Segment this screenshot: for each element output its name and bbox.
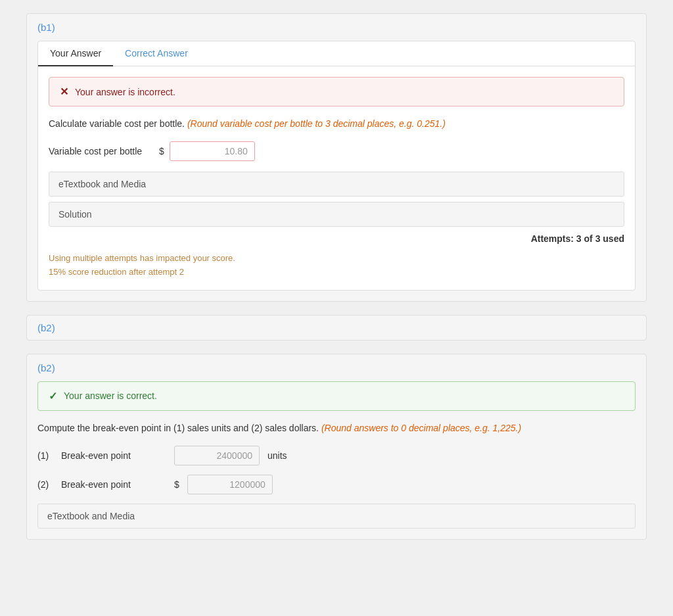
alert-message: Your answer is incorrect.	[75, 87, 175, 97]
b2-alert-message: Your answer is correct.	[64, 391, 157, 401]
b1-answer-input[interactable]	[170, 141, 255, 161]
b2-unit-1: units	[267, 450, 287, 461]
score-warning-line2: 15% score reduction after attempt 2	[49, 266, 624, 279]
b1-solution-bar[interactable]: Solution	[49, 202, 624, 227]
b1-peek-label[interactable]: (b2)	[26, 315, 647, 341]
b1-label: (b1)	[27, 14, 646, 41]
b1-instruction-prefix: Calculate variable cost per bottle.	[49, 118, 185, 129]
b1-section: (b1) Your Answer Correct Answer ✕ Your a…	[26, 13, 647, 302]
score-warning-line1: Using multiple attempts has impacted you…	[49, 252, 624, 266]
b2-instruction-prefix: Compute the break-even point in (1) sale…	[37, 423, 319, 433]
b2-field-label-1: Break-even point	[61, 450, 166, 461]
b2-etextbook-bar[interactable]: eTextbook and Media	[37, 504, 636, 529]
b2-instruction: Compute the break-even point in (1) sale…	[37, 421, 636, 435]
b2-answer-input-2[interactable]	[187, 475, 273, 494]
b2-row-number-1: (1)	[37, 450, 53, 461]
b2-row-number-2: (2)	[37, 479, 53, 490]
alert-incorrect: ✕ Your answer is incorrect.	[49, 77, 624, 107]
b2-answer-input-1[interactable]	[174, 446, 260, 465]
b2-field-label-2: Break-even point	[61, 479, 166, 490]
b1-instruction-highlight: (Round variable cost per bottle to 3 dec…	[185, 118, 446, 129]
b1-field-row: Variable cost per bottle $	[49, 141, 624, 161]
b2-alert-wrapper: ✓ Your answer is correct.	[37, 381, 636, 411]
b1-currency: $	[159, 146, 164, 156]
alert-correct: ✓ Your answer is correct.	[37, 381, 636, 411]
b1-field-label: Variable cost per bottle	[49, 146, 154, 156]
correct-icon: ✓	[49, 390, 57, 402]
tab-bar: Your Answer Correct Answer	[38, 41, 635, 66]
b1-score-warning: Using multiple attempts has impacted you…	[49, 252, 624, 279]
b2-instruction-highlight: (Round answers to 0 decimal places, e.g.…	[319, 423, 521, 433]
tab-correct-answer[interactable]: Correct Answer	[113, 41, 200, 66]
b2-field-row-2: (2) Break-even point $	[37, 475, 636, 494]
b1-instruction: Calculate variable cost per bottle. (Rou…	[49, 117, 624, 131]
b2-label: (b2)	[27, 354, 646, 381]
tab-your-answer[interactable]: Your Answer	[38, 41, 113, 66]
b1-card-body: ✕ Your answer is incorrect. Calculate va…	[38, 66, 635, 290]
b2-content: Compute the break-even point in (1) sale…	[27, 421, 646, 494]
incorrect-icon: ✕	[60, 85, 68, 98]
b2-section: (b2) ✓ Your answer is correct. Compute t…	[26, 354, 647, 540]
b1-attempts-row: Attempts: 3 of 3 used	[49, 233, 624, 247]
b1-card: Your Answer Correct Answer ✕ Your answer…	[37, 41, 636, 291]
b1-attempts-text: Attempts: 3 of 3 used	[531, 233, 624, 244]
b2-currency-2: $	[174, 479, 179, 490]
b1-etextbook-bar[interactable]: eTextbook and Media	[49, 172, 624, 197]
b2-field-row-1: (1) Break-even point units	[37, 446, 636, 465]
